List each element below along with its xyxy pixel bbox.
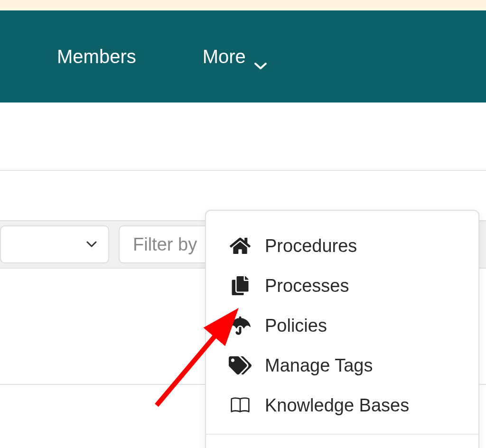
tags-icon bbox=[229, 354, 252, 377]
menu-item-procedures[interactable]: Procedures bbox=[206, 226, 478, 266]
umbrella-icon bbox=[229, 314, 252, 337]
nav-more-label: More bbox=[203, 46, 246, 67]
menu-divider bbox=[206, 434, 478, 435]
copy-icon bbox=[229, 274, 252, 297]
home-icon bbox=[229, 234, 252, 257]
menu-item-policies[interactable]: Policies bbox=[206, 306, 478, 345]
chevron-down-icon bbox=[86, 241, 97, 248]
menu-item-label: Knowledge Bases bbox=[265, 395, 409, 416]
menu-item-label: Policies bbox=[265, 316, 327, 336]
book-icon bbox=[229, 394, 252, 417]
more-dropdown-menu: Procedures Processes Policies Manage Tag… bbox=[205, 210, 479, 448]
chevron-down-icon bbox=[254, 53, 267, 60]
filter-select[interactable] bbox=[0, 225, 109, 263]
content-area: Procedures Processes Policies Manage Tag… bbox=[0, 103, 486, 448]
menu-item-label: Manage Tags bbox=[265, 355, 373, 376]
divider bbox=[0, 170, 486, 171]
menu-item-help[interactable]: Help bbox=[206, 443, 478, 448]
nav-more[interactable]: More bbox=[203, 46, 267, 67]
nav-bar: Members More bbox=[0, 10, 486, 103]
menu-item-processes[interactable]: Processes bbox=[206, 266, 478, 306]
top-banner bbox=[0, 0, 486, 10]
nav-members[interactable]: Members bbox=[57, 46, 136, 67]
nav-members-label: Members bbox=[57, 46, 136, 67]
menu-item-label: Procedures bbox=[265, 236, 357, 256]
menu-item-knowledge-bases[interactable]: Knowledge Bases bbox=[206, 385, 478, 425]
menu-item-label: Processes bbox=[265, 276, 349, 296]
menu-item-manage-tags[interactable]: Manage Tags bbox=[206, 345, 478, 385]
